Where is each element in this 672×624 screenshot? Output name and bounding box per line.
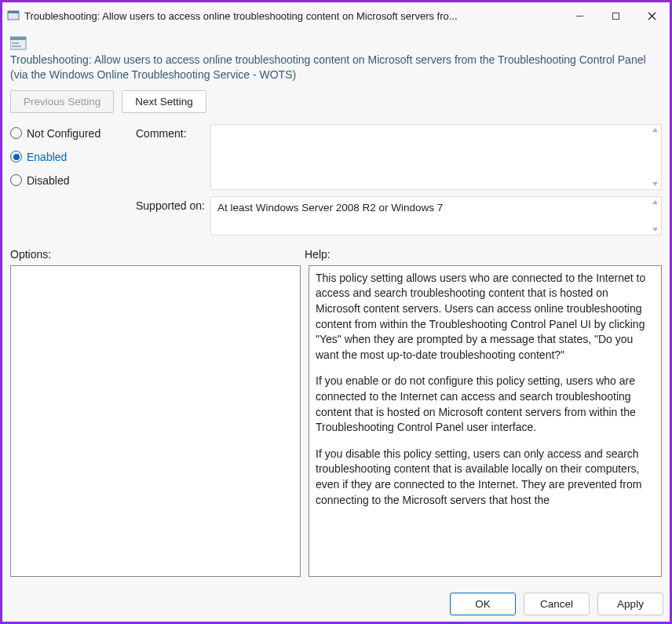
nav-row: Previous Setting Next Setting	[10, 90, 662, 113]
previous-setting-button: Previous Setting	[10, 90, 114, 113]
svg-rect-9	[12, 46, 21, 47]
footer-buttons: OK Cancel Apply	[2, 585, 670, 622]
supported-field: At least Windows Server 2008 R2 or Windo…	[211, 197, 661, 235]
help-paragraph: If you disable this policy setting, user…	[316, 447, 652, 508]
svg-marker-10	[652, 128, 658, 132]
next-setting-button[interactable]: Next Setting	[122, 90, 206, 113]
radio-label: Not Configured	[27, 127, 100, 140]
radio-not-configured[interactable]: Not Configured	[10, 127, 136, 140]
cancel-button[interactable]: Cancel	[524, 593, 590, 615]
help-pane[interactable]: This policy setting allows users who are…	[309, 265, 662, 577]
close-button[interactable]	[634, 2, 670, 29]
comment-label: Comment:	[136, 124, 210, 140]
svg-marker-13	[652, 228, 658, 232]
maximize-button[interactable]	[597, 2, 634, 29]
svg-rect-3	[612, 13, 619, 19]
minimize-button[interactable]	[561, 2, 597, 29]
svg-rect-1	[8, 11, 19, 13]
help-label: Help:	[305, 248, 331, 261]
policy-header-icon	[10, 35, 27, 51]
radio-circle-checked-icon	[10, 151, 22, 162]
radio-label: Disabled	[27, 174, 69, 187]
config-grid: Not Configured Enabled Disabled Comment:…	[10, 124, 662, 235]
window-title: Troubleshooting: Allow users to access o…	[24, 10, 561, 22]
svg-rect-7	[10, 37, 26, 40]
content-area: Troubleshooting: Allow users to access o…	[2, 29, 670, 585]
scroll-up-icon[interactable]	[650, 199, 659, 206]
comment-field[interactable]	[211, 125, 661, 189]
policy-title: Troubleshooting: Allow users to access o…	[10, 53, 662, 82]
comment-field-wrap	[210, 124, 662, 190]
scroll-down-icon[interactable]	[650, 226, 659, 233]
svg-rect-8	[12, 42, 19, 44]
supported-field-wrap: At least Windows Server 2008 R2 or Windo…	[210, 196, 662, 235]
ok-button[interactable]: OK	[450, 593, 516, 615]
app-icon	[7, 9, 20, 22]
scroll-up-icon[interactable]	[650, 126, 659, 133]
policy-editor-window: Troubleshooting: Allow users to access o…	[0, 0, 672, 624]
radio-enabled[interactable]: Enabled	[10, 151, 136, 163]
svg-marker-11	[652, 182, 658, 186]
scroll-down-icon[interactable]	[650, 181, 659, 188]
apply-button[interactable]: Apply	[597, 593, 663, 615]
window-controls	[561, 2, 670, 29]
help-text: This policy setting allows users who are…	[316, 271, 652, 508]
panes-row: This policy setting allows users who are…	[10, 265, 662, 577]
radio-circle-icon	[10, 127, 22, 139]
options-pane[interactable]	[10, 265, 301, 577]
options-label: Options:	[10, 248, 305, 261]
svg-marker-12	[652, 200, 658, 204]
state-radio-group: Not Configured Enabled Disabled	[10, 124, 136, 187]
supported-label: Supported on:	[136, 196, 210, 212]
help-paragraph: If you enable or do not configure this p…	[316, 374, 652, 435]
panes-header: Options: Help:	[10, 248, 662, 261]
titlebar: Troubleshooting: Allow users to access o…	[2, 2, 670, 29]
radio-label: Enabled	[27, 151, 67, 163]
radio-circle-icon	[10, 174, 22, 186]
radio-disabled[interactable]: Disabled	[10, 174, 136, 187]
help-paragraph: This policy setting allows users who are…	[316, 271, 652, 363]
